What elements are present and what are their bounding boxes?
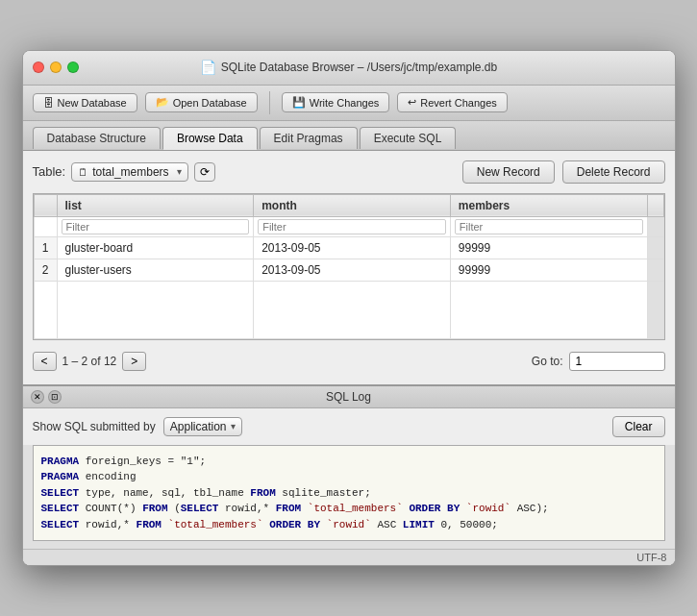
table-name: total_members	[92, 165, 168, 179]
cell-month-2[interactable]: 2013-09-05	[254, 259, 451, 281]
table-icon: 🗒	[78, 166, 88, 178]
scrollbar-header	[647, 194, 663, 216]
next-page-button[interactable]: >	[122, 352, 146, 371]
scrollbar-row2	[647, 259, 663, 281]
sql-line-2: PRAGMA encoding	[41, 469, 657, 485]
sql-log-close-icon[interactable]: ✕	[31, 390, 44, 404]
table-selector-row: Table: 🗒 total_members ▾ ⟳ New Record De…	[33, 160, 665, 184]
sql-log-controls: Show SQL submitted by Application ▾ Clea…	[23, 408, 675, 445]
window-title: 📄 SQLite Database Browser – /Users/jc/tm…	[200, 60, 497, 75]
cell-list-1[interactable]: gluster-board	[57, 236, 254, 259]
pagination-info: 1 – 2 of 12	[62, 355, 117, 368]
cell-members-2[interactable]: 99999	[450, 259, 647, 281]
open-database-icon: 📂	[156, 96, 169, 109]
row-num-2: 2	[34, 259, 57, 281]
scrollbar-row1	[647, 236, 663, 259]
minimize-button[interactable]	[50, 62, 62, 73]
sql-log-title: SQL Log	[326, 390, 371, 404]
new-database-button[interactable]: 🗄 New Database	[33, 93, 137, 112]
revert-changes-button[interactable]: ↩ Revert Changes	[397, 92, 508, 112]
toolbar-separator	[269, 91, 270, 114]
tab-browse-data[interactable]: Browse Data	[162, 127, 258, 150]
filter-row	[34, 216, 663, 236]
goto-label: Go to:	[532, 355, 563, 368]
dropdown-arrow-icon: ▾	[177, 166, 182, 177]
tab-database-structure[interactable]: Database Structure	[33, 127, 161, 149]
filter-input-month[interactable]	[258, 219, 446, 234]
filter-input-members[interactable]	[455, 219, 643, 234]
row-num-1: 1	[34, 236, 57, 259]
toolbar: 🗄 New Database 📂 Open Database 💾 Write C…	[23, 86, 675, 121]
empty-row	[34, 281, 663, 338]
pagination-right: Go to:	[532, 352, 665, 371]
sql-line-3: SELECT type, name, sql, tbl_name FROM sq…	[41, 485, 657, 502]
col-header-members[interactable]: members	[450, 194, 647, 216]
filter-cell-members	[450, 216, 647, 236]
col-header-list[interactable]: list	[57, 194, 254, 216]
main-content: Table: 🗒 total_members ▾ ⟳ New Record De…	[23, 151, 675, 384]
row-num-header	[34, 194, 57, 216]
table-row: 1 gluster-board 2013-09-05 99999	[34, 236, 663, 259]
pagination-left: < 1 – 2 of 12 >	[33, 352, 147, 371]
table-select[interactable]: 🗒 total_members ▾	[71, 162, 187, 182]
filter-cell-list	[57, 216, 254, 236]
delete-record-button[interactable]: Delete Record	[562, 160, 665, 184]
new-database-icon: 🗄	[43, 97, 54, 109]
sql-log-section: ✕ ⊡ SQL Log Show SQL submitted by Applic…	[23, 384, 675, 566]
sql-log-header-icons: ✕ ⊡	[31, 390, 62, 404]
close-button[interactable]	[33, 62, 44, 73]
sql-log-detach-icon[interactable]: ⊡	[48, 390, 62, 404]
refresh-button[interactable]: ⟳	[194, 162, 215, 182]
cell-members-1[interactable]: 99999	[450, 236, 647, 259]
tab-edit-pragmas[interactable]: Edit Pragmas	[260, 127, 358, 149]
titlebar: 📄 SQLite Database Browser – /Users/jc/tm…	[23, 51, 675, 86]
table-row: 2 gluster-users 2013-09-05 99999	[34, 259, 663, 281]
tab-execute-sql[interactable]: Execute SQL	[360, 127, 457, 149]
sql-source-select[interactable]: Application ▾	[163, 417, 242, 436]
pagination: < 1 – 2 of 12 > Go to:	[33, 348, 665, 375]
sql-log-header: ✕ ⊡ SQL Log	[23, 386, 675, 408]
revert-changes-icon: ↩	[408, 96, 416, 109]
sql-line-1: PRAGMA foreign_keys = "1";	[41, 454, 657, 470]
clear-button[interactable]: Clear	[612, 416, 665, 437]
filter-input-list[interactable]	[62, 219, 250, 234]
write-changes-icon: 💾	[292, 96, 306, 109]
sql-line-5: SELECT rowid,* FROM `total_members` ORDE…	[41, 517, 657, 533]
filter-cell-month	[254, 216, 451, 236]
row-num-filter	[34, 216, 57, 236]
sql-line-4: SELECT COUNT(*) FROM (SELECT rowid,* FRO…	[41, 501, 657, 517]
show-sql-label: Show SQL submitted by	[33, 420, 156, 433]
table-header-row: list month members	[34, 194, 663, 216]
tabbar: Database Structure Browse Data Edit Prag…	[23, 121, 675, 151]
document-icon: 📄	[200, 60, 216, 75]
goto-input[interactable]	[569, 352, 665, 371]
maximize-button[interactable]	[67, 62, 79, 73]
sql-source-text: Application	[170, 420, 227, 433]
sql-source-arrow-icon: ▾	[231, 421, 236, 431]
status-bar: UTF-8	[23, 549, 675, 565]
scrollbar-filter	[647, 216, 663, 236]
traffic-lights	[33, 62, 79, 73]
write-changes-button[interactable]: 💾 Write Changes	[282, 92, 390, 112]
table-label: Table:	[33, 164, 66, 179]
col-header-month[interactable]: month	[254, 194, 451, 216]
main-window: 📄 SQLite Database Browser – /Users/jc/tm…	[22, 50, 676, 567]
table-actions: New Record Delete Record	[462, 160, 665, 184]
cell-month-1[interactable]: 2013-09-05	[254, 236, 451, 259]
encoding-status: UTF-8	[636, 552, 666, 563]
sql-code-area: PRAGMA foreign_keys = "1"; PRAGMA encodi…	[33, 445, 665, 542]
open-database-button[interactable]: 📂 Open Database	[145, 92, 258, 112]
data-table-wrapper: list month members	[33, 193, 665, 340]
table-selector: Table: 🗒 total_members ▾ ⟳	[33, 162, 215, 182]
data-table: list month members	[34, 194, 664, 339]
cell-list-2[interactable]: gluster-users	[57, 259, 254, 281]
new-record-button[interactable]: New Record	[462, 160, 555, 184]
prev-page-button[interactable]: <	[33, 352, 57, 371]
